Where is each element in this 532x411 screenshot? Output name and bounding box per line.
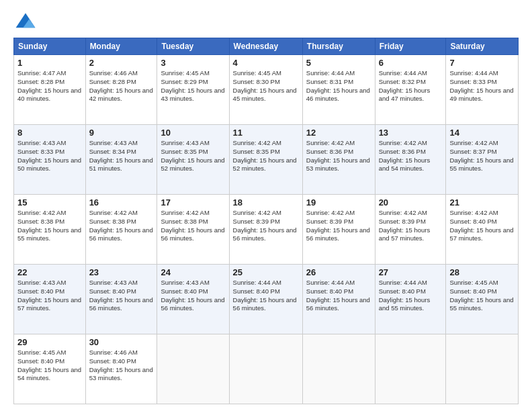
day-info: Sunrise: 4:45 AMSunset: 8:29 PMDaylight:… — [161, 69, 225, 103]
day-cell-20: 20Sunrise: 4:42 AMSunset: 8:39 PMDayligh… — [375, 195, 446, 265]
day-info: Sunrise: 4:42 AMSunset: 8:36 PMDaylight:… — [379, 139, 443, 173]
day-cell-30: 30Sunrise: 4:46 AMSunset: 8:40 PMDayligh… — [85, 334, 157, 404]
day-number: 8 — [17, 128, 82, 138]
day-number: 19 — [306, 197, 371, 208]
day-cell-17: 17Sunrise: 4:42 AMSunset: 8:38 PMDayligh… — [157, 195, 229, 265]
day-number: 14 — [449, 128, 515, 138]
week-row-1: 1Sunrise: 4:47 AMSunset: 8:28 PMDaylight… — [14, 55, 519, 125]
day-info: Sunrise: 4:42 AMSunset: 8:40 PMDaylight:… — [449, 209, 515, 243]
page: SundayMondayTuesdayWednesdayThursdayFrid… — [0, 0, 532, 411]
day-info: Sunrise: 4:42 AMSunset: 8:38 PMDaylight:… — [161, 209, 225, 243]
day-cell-6: 6Sunrise: 4:44 AMSunset: 8:32 PMDaylight… — [375, 55, 446, 125]
day-number: 9 — [89, 128, 154, 138]
day-number: 3 — [161, 58, 225, 68]
day-number: 15 — [17, 197, 82, 208]
day-info: Sunrise: 4:44 AMSunset: 8:31 PMDaylight:… — [306, 69, 371, 103]
day-cell-9: 9Sunrise: 4:43 AMSunset: 8:34 PMDaylight… — [85, 125, 157, 195]
day-cell-29: 29Sunrise: 4:45 AMSunset: 8:40 PMDayligh… — [14, 334, 86, 404]
day-cell-28: 28Sunrise: 4:45 AMSunset: 8:40 PMDayligh… — [446, 265, 519, 334]
day-number: 28 — [449, 267, 515, 277]
day-number: 11 — [233, 128, 299, 138]
day-cell-15: 15Sunrise: 4:42 AMSunset: 8:38 PMDayligh… — [14, 195, 86, 265]
day-info: Sunrise: 4:42 AMSunset: 8:38 PMDaylight:… — [17, 209, 82, 243]
day-info: Sunrise: 4:45 AMSunset: 8:40 PMDaylight:… — [17, 349, 82, 383]
day-info: Sunrise: 4:43 AMSunset: 8:35 PMDaylight:… — [161, 139, 225, 173]
day-number: 20 — [379, 197, 443, 208]
day-cell-21: 21Sunrise: 4:42 AMSunset: 8:40 PMDayligh… — [446, 195, 519, 265]
day-number: 13 — [379, 128, 443, 138]
col-header-tuesday: Tuesday — [157, 38, 229, 55]
day-info: Sunrise: 4:42 AMSunset: 8:39 PMDaylight:… — [233, 209, 299, 243]
col-header-sunday: Sunday — [14, 38, 86, 55]
col-header-wednesday: Wednesday — [229, 38, 302, 55]
day-cell-4: 4Sunrise: 4:45 AMSunset: 8:30 PMDaylight… — [229, 55, 302, 125]
day-number: 10 — [161, 128, 225, 138]
day-number: 1 — [17, 58, 82, 68]
day-number: 24 — [161, 267, 225, 277]
empty-cell — [229, 334, 302, 404]
day-number: 7 — [449, 58, 515, 68]
day-number: 12 — [306, 128, 371, 138]
day-info: Sunrise: 4:42 AMSunset: 8:39 PMDaylight:… — [379, 209, 443, 243]
day-info: Sunrise: 4:42 AMSunset: 8:35 PMDaylight:… — [233, 139, 299, 173]
day-info: Sunrise: 4:44 AMSunset: 8:32 PMDaylight:… — [379, 69, 443, 103]
day-number: 29 — [17, 337, 82, 347]
calendar-table: SundayMondayTuesdayWednesdayThursdayFrid… — [13, 38, 519, 404]
day-number: 5 — [306, 58, 371, 68]
day-info: Sunrise: 4:42 AMSunset: 8:36 PMDaylight:… — [306, 139, 371, 173]
logo-icon — [13, 11, 38, 35]
day-info: Sunrise: 4:42 AMSunset: 8:39 PMDaylight:… — [306, 209, 371, 243]
day-cell-8: 8Sunrise: 4:43 AMSunset: 8:33 PMDaylight… — [14, 125, 86, 195]
day-number: 6 — [379, 58, 443, 68]
day-info: Sunrise: 4:42 AMSunset: 8:37 PMDaylight:… — [449, 139, 515, 173]
day-cell-12: 12Sunrise: 4:42 AMSunset: 8:36 PMDayligh… — [302, 125, 375, 195]
day-info: Sunrise: 4:44 AMSunset: 8:33 PMDaylight:… — [449, 69, 515, 103]
week-row-5: 29Sunrise: 4:45 AMSunset: 8:40 PMDayligh… — [14, 334, 519, 404]
col-header-friday: Friday — [375, 38, 446, 55]
day-number: 16 — [89, 197, 154, 208]
day-info: Sunrise: 4:44 AMSunset: 8:40 PMDaylight:… — [306, 279, 371, 313]
day-cell-14: 14Sunrise: 4:42 AMSunset: 8:37 PMDayligh… — [446, 125, 519, 195]
empty-cell — [375, 334, 446, 404]
day-cell-5: 5Sunrise: 4:44 AMSunset: 8:31 PMDaylight… — [302, 55, 375, 125]
week-row-4: 22Sunrise: 4:43 AMSunset: 8:40 PMDayligh… — [14, 265, 519, 334]
day-info: Sunrise: 4:43 AMSunset: 8:40 PMDaylight:… — [17, 279, 82, 313]
empty-cell — [302, 334, 375, 404]
day-number: 18 — [233, 197, 299, 208]
header — [13, 11, 519, 35]
day-info: Sunrise: 4:46 AMSunset: 8:40 PMDaylight:… — [89, 349, 154, 383]
col-header-monday: Monday — [85, 38, 157, 55]
day-info: Sunrise: 4:42 AMSunset: 8:38 PMDaylight:… — [89, 209, 154, 243]
col-header-saturday: Saturday — [446, 38, 519, 55]
day-number: 30 — [89, 337, 154, 347]
day-cell-3: 3Sunrise: 4:45 AMSunset: 8:29 PMDaylight… — [157, 55, 229, 125]
col-header-thursday: Thursday — [302, 38, 375, 55]
day-cell-7: 7Sunrise: 4:44 AMSunset: 8:33 PMDaylight… — [446, 55, 519, 125]
day-info: Sunrise: 4:43 AMSunset: 8:33 PMDaylight:… — [17, 139, 82, 173]
day-cell-18: 18Sunrise: 4:42 AMSunset: 8:39 PMDayligh… — [229, 195, 302, 265]
empty-cell — [446, 334, 519, 404]
day-info: Sunrise: 4:45 AMSunset: 8:30 PMDaylight:… — [233, 69, 299, 103]
day-cell-2: 2Sunrise: 4:46 AMSunset: 8:28 PMDaylight… — [85, 55, 157, 125]
day-number: 23 — [89, 267, 154, 277]
day-number: 21 — [449, 197, 515, 208]
day-cell-16: 16Sunrise: 4:42 AMSunset: 8:38 PMDayligh… — [85, 195, 157, 265]
day-cell-19: 19Sunrise: 4:42 AMSunset: 8:39 PMDayligh… — [302, 195, 375, 265]
day-number: 2 — [89, 58, 154, 68]
day-number: 17 — [161, 197, 225, 208]
day-info: Sunrise: 4:44 AMSunset: 8:40 PMDaylight:… — [233, 279, 299, 313]
empty-cell — [157, 334, 229, 404]
calendar-body: 1Sunrise: 4:47 AMSunset: 8:28 PMDaylight… — [14, 55, 519, 404]
day-info: Sunrise: 4:43 AMSunset: 8:40 PMDaylight:… — [89, 279, 154, 313]
day-info: Sunrise: 4:43 AMSunset: 8:34 PMDaylight:… — [89, 139, 154, 173]
day-number: 25 — [233, 267, 299, 277]
day-number: 4 — [233, 58, 299, 68]
day-cell-11: 11Sunrise: 4:42 AMSunset: 8:35 PMDayligh… — [229, 125, 302, 195]
day-info: Sunrise: 4:46 AMSunset: 8:28 PMDaylight:… — [89, 69, 154, 103]
day-cell-23: 23Sunrise: 4:43 AMSunset: 8:40 PMDayligh… — [85, 265, 157, 334]
week-row-2: 8Sunrise: 4:43 AMSunset: 8:33 PMDaylight… — [14, 125, 519, 195]
day-cell-24: 24Sunrise: 4:43 AMSunset: 8:40 PMDayligh… — [157, 265, 229, 334]
day-cell-22: 22Sunrise: 4:43 AMSunset: 8:40 PMDayligh… — [14, 265, 86, 334]
day-number: 26 — [306, 267, 371, 277]
day-info: Sunrise: 4:45 AMSunset: 8:40 PMDaylight:… — [449, 279, 515, 313]
